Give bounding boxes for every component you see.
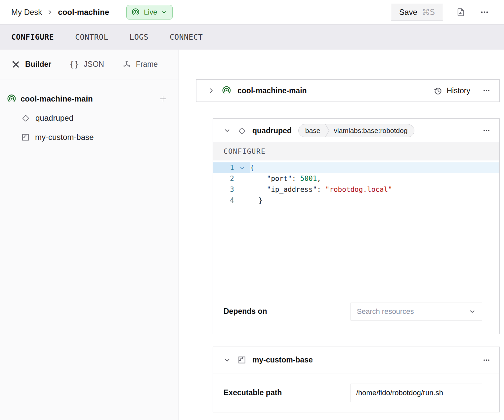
broadcast-icon bbox=[7, 94, 17, 104]
collapse-quadruped-button[interactable] bbox=[222, 126, 232, 136]
quadruped-resource-card: quadruped base viamlabs:base:robotdog bbox=[213, 118, 500, 334]
custom-base-card-header: my-custom-base bbox=[213, 347, 499, 373]
line-number: 2 bbox=[213, 173, 234, 184]
executable-path-section: Executable path bbox=[213, 373, 499, 412]
tab-configure[interactable]: CONFIGURE bbox=[11, 33, 54, 41]
breadcrumb-separator-icon bbox=[47, 8, 53, 16]
broadcast-icon bbox=[131, 8, 140, 17]
chevron-down-icon bbox=[224, 357, 231, 364]
code-line-3[interactable]: 3 "ip_address": "robotdog.local" bbox=[213, 184, 499, 195]
breadcrumb: My Desk cool-machine bbox=[11, 8, 109, 17]
fold-chevron-icon bbox=[239, 165, 245, 171]
tree-connector-line bbox=[196, 102, 196, 415]
custom-base-resource-card: my-custom-base Executable path bbox=[213, 347, 500, 412]
expand-machine-card-button[interactable] bbox=[206, 86, 216, 96]
line-number: 3 bbox=[213, 184, 234, 195]
tree-item-label: cool-machine-main bbox=[21, 94, 157, 104]
configure-section-header: CONFIGURE bbox=[213, 143, 499, 160]
custom-base-title: my-custom-base bbox=[252, 356, 313, 364]
plus-icon bbox=[159, 95, 167, 103]
view-mode-toggle: Builder {} JSON Frame bbox=[0, 50, 179, 79]
header-actions: Save ⌘S bbox=[391, 4, 491, 21]
view-mode-frame[interactable]: Frame bbox=[122, 60, 158, 69]
resource-type-badge: base viamlabs:base:robotdog bbox=[298, 124, 415, 137]
save-shortcut: ⌘S bbox=[422, 8, 435, 17]
code-line-2[interactable]: 2 "port": 5001, bbox=[213, 173, 499, 184]
ellipsis-icon bbox=[482, 356, 491, 364]
chevron-down-icon bbox=[161, 9, 167, 15]
breadcrumb-current: cool-machine bbox=[58, 8, 109, 17]
main-tabbar: CONFIGURE CONTROL LOGS CONNECT bbox=[0, 24, 504, 50]
tab-logs[interactable]: LOGS bbox=[130, 33, 148, 41]
code-line-1[interactable]: 1 { bbox=[213, 162, 499, 173]
app-root: My Desk cool-machine Live Save ⌘ bbox=[0, 0, 504, 420]
file-chart-icon bbox=[456, 7, 466, 17]
executable-path-input[interactable] bbox=[351, 384, 482, 402]
builder-tools-icon bbox=[11, 60, 21, 69]
save-label: Save bbox=[399, 8, 417, 17]
ellipsis-icon bbox=[482, 86, 491, 95]
tree-item-quadruped[interactable]: quadruped bbox=[0, 108, 179, 128]
tree-item-my-custom-base[interactable]: my-custom-base bbox=[0, 128, 179, 147]
base-diamond-icon bbox=[21, 114, 30, 123]
broadcast-icon bbox=[222, 86, 231, 96]
more-options-button[interactable] bbox=[478, 6, 491, 19]
chevron-down-icon bbox=[224, 127, 231, 134]
top-header: My Desk cool-machine Live Save ⌘ bbox=[0, 0, 504, 24]
json-attributes-editor[interactable]: 1 { 2 "port": 5001, bbox=[213, 160, 499, 294]
module-icon bbox=[237, 356, 246, 364]
line-number: 4 bbox=[213, 195, 234, 206]
quadruped-card-header: quadruped base viamlabs:base:robotdog bbox=[213, 119, 499, 143]
depends-on-section: Depends on Search resources bbox=[213, 294, 499, 334]
code-line-4[interactable]: 4 } bbox=[213, 195, 499, 206]
history-label: History bbox=[446, 86, 470, 95]
machine-card-menu-button[interactable] bbox=[482, 86, 491, 95]
frame-axes-icon bbox=[122, 60, 131, 69]
content-area: Builder {} JSON Frame bbox=[0, 50, 504, 420]
history-button[interactable]: History bbox=[434, 86, 470, 95]
custom-base-card-menu-button[interactable] bbox=[482, 356, 491, 364]
machine-part-card: cool-machine-main History bbox=[196, 79, 500, 102]
tree-item-machine-part[interactable]: cool-machine-main bbox=[0, 89, 179, 108]
quadruped-card-menu-button[interactable] bbox=[482, 126, 491, 135]
quadruped-title: quadruped bbox=[252, 126, 292, 135]
view-mode-json[interactable]: {} JSON bbox=[69, 60, 104, 69]
badge-model: viamlabs:base:robotdog bbox=[330, 127, 414, 135]
resource-tree: cool-machine-main quadruped bbox=[0, 79, 179, 147]
view-mode-label: Builder bbox=[25, 60, 51, 69]
machine-status-dropdown[interactable]: Live bbox=[126, 5, 173, 20]
tab-connect[interactable]: CONNECT bbox=[170, 33, 203, 41]
base-diamond-icon bbox=[237, 126, 246, 135]
chevron-down-icon bbox=[469, 308, 476, 315]
collapse-custom-base-button[interactable] bbox=[222, 355, 232, 365]
view-mode-label: JSON bbox=[84, 60, 104, 69]
tree-item-label: quadruped bbox=[35, 113, 73, 123]
ellipsis-icon bbox=[480, 7, 489, 17]
badge-divider-icon bbox=[325, 124, 330, 137]
history-clock-icon bbox=[434, 86, 442, 95]
chevron-right-icon bbox=[208, 87, 215, 94]
status-label: Live bbox=[144, 8, 157, 17]
ellipsis-icon bbox=[482, 126, 491, 135]
tab-control[interactable]: CONTROL bbox=[75, 33, 108, 41]
depends-on-placeholder: Search resources bbox=[357, 307, 469, 316]
config-main-panel: cool-machine-main History bbox=[179, 50, 504, 420]
configure-section-label: CONFIGURE bbox=[224, 147, 266, 155]
view-mode-builder[interactable]: Builder bbox=[11, 60, 51, 69]
add-resource-button[interactable] bbox=[157, 93, 169, 105]
breadcrumb-parent[interactable]: My Desk bbox=[11, 8, 42, 17]
line-number: 1 bbox=[213, 162, 234, 173]
tree-item-label: my-custom-base bbox=[35, 133, 94, 142]
fold-toggle[interactable] bbox=[234, 162, 250, 173]
machine-report-button[interactable] bbox=[454, 6, 467, 19]
depends-on-select[interactable]: Search resources bbox=[351, 303, 482, 320]
executable-path-label: Executable path bbox=[224, 388, 282, 397]
json-braces-icon: {} bbox=[69, 60, 79, 69]
depends-on-label: Depends on bbox=[224, 307, 267, 316]
machine-part-title: cool-machine-main bbox=[237, 86, 434, 95]
badge-type: base bbox=[299, 127, 325, 135]
module-icon bbox=[21, 133, 30, 142]
save-button[interactable]: Save ⌘S bbox=[391, 4, 443, 21]
view-mode-label: Frame bbox=[136, 60, 158, 69]
config-sidebar: Builder {} JSON Frame bbox=[0, 50, 179, 420]
